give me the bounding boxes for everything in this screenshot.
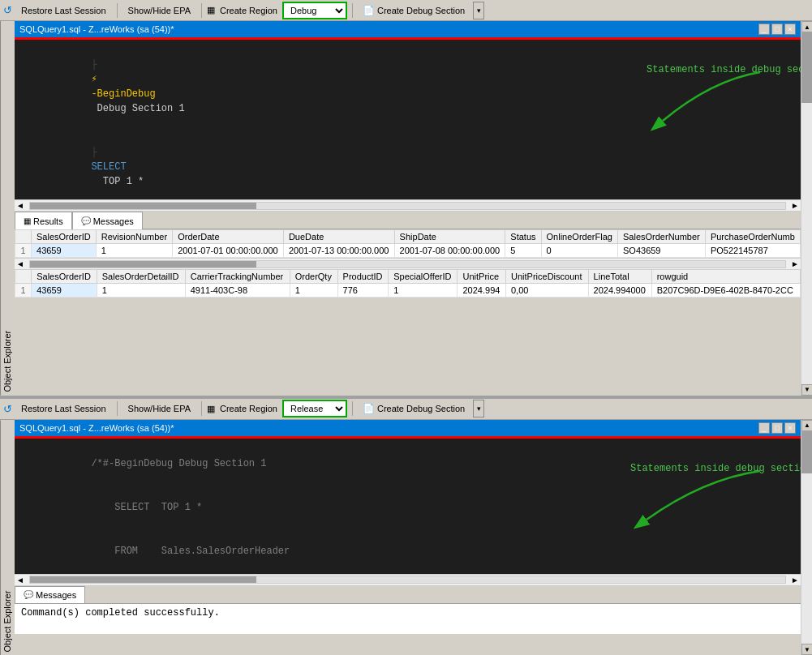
create-debug-label-2: Create Debug Section bbox=[377, 404, 465, 413]
bottom-titlebar: SQLQuery1.sql - Z...reWorks (sa (54))* _… bbox=[15, 420, 801, 436]
messages-tab-icon-bottom: 💬 bbox=[24, 590, 33, 599]
restore-label: Restore Last Session bbox=[21, 6, 106, 15]
refresh-icon-2: ↺ bbox=[3, 403, 12, 415]
top-code-editor[interactable]: ├ ⚡ -BeginDebug Debug Section 1 ├ SELECT… bbox=[15, 37, 801, 199]
table1-h-scroll-track[interactable] bbox=[29, 260, 786, 268]
top-titlebar: SQLQuery1.sql - Z...reWorks (sa (54))* _… bbox=[15, 21, 801, 37]
show-hide-epa-btn[interactable]: Show/Hide EPA bbox=[122, 2, 196, 19]
cell2-rowguid: B207C96D-D9E6-402B-8470-2CC bbox=[651, 284, 800, 298]
top-half: ↺ Restore Last Session Show/Hide EPA ▦ C… bbox=[0, 0, 812, 396]
bottom-code-line-2: SELECT TOP 1 * bbox=[21, 486, 794, 529]
tab-results[interactable]: ▦ Results bbox=[15, 212, 72, 229]
top-section-content: SQLQuery1.sql - Z...reWorks (sa (54))* _… bbox=[15, 21, 801, 396]
col2-productid: ProductID bbox=[337, 270, 389, 284]
col2-linetotal: LineTotal bbox=[588, 270, 651, 284]
sep1 bbox=[117, 3, 118, 18]
minimize-btn[interactable]: _ bbox=[758, 24, 770, 35]
close-btn[interactable]: × bbox=[784, 24, 796, 35]
col2-salesorderid: SalesOrderID bbox=[32, 270, 97, 284]
object-explorer-label[interactable]: Object Explorer bbox=[0, 21, 15, 396]
tab-messages-bottom[interactable]: 💬 Messages bbox=[15, 586, 85, 603]
cell-rownum: 1 bbox=[15, 244, 32, 258]
create-debug-section-btn[interactable]: 📄 Create Debug Section bbox=[358, 2, 470, 19]
cell-shipdate: 2001-07-08 00:00:00.000 bbox=[394, 244, 505, 258]
object-explorer-label-2[interactable]: Object Explorer bbox=[0, 420, 15, 655]
bottom-minimize-btn[interactable]: _ bbox=[758, 422, 770, 434]
cell2-carriertrackingnumber: 4911-403C-98 bbox=[185, 284, 290, 298]
cell2-unitprice: 2024.994 bbox=[458, 284, 506, 298]
h-scroll-track[interactable] bbox=[29, 202, 786, 210]
col-purchaseordernumb: PurchaseOrderNumb bbox=[705, 230, 800, 244]
bottom-v-scroll-track[interactable] bbox=[801, 431, 812, 644]
cell2-salesorderid: 43659 bbox=[32, 284, 97, 298]
create-debug-label: Create Debug Section bbox=[377, 6, 465, 15]
h-scroll-thumb bbox=[30, 203, 256, 209]
col-salesordernumber: SalesOrderNumber bbox=[618, 230, 706, 244]
messages-tab-icon: 💬 bbox=[81, 216, 91, 225]
restore-last-session-btn-2[interactable]: Restore Last Session bbox=[15, 400, 112, 417]
table1-h-scroll-thumb bbox=[30, 261, 256, 268]
v-scroll-down[interactable]: ▼ bbox=[801, 384, 812, 396]
col2-rowguid: rowguid bbox=[651, 270, 800, 284]
region-mode-select[interactable]: Debug Release bbox=[282, 2, 347, 19]
create-debug-section-btn-2[interactable]: 📄 Create Debug Section bbox=[358, 400, 470, 417]
bottom-v-scroll-down[interactable]: ▼ bbox=[801, 644, 812, 655]
code-line-1: ├ ⚡ -BeginDebug Debug Section 1 bbox=[21, 43, 794, 131]
bottom-maximize-btn[interactable]: □ bbox=[771, 422, 783, 434]
refresh-icon: ↺ bbox=[3, 4, 12, 16]
cell-purchaseordernumb: PO522145787 bbox=[705, 244, 800, 258]
create-region-label: Create Region bbox=[217, 4, 281, 17]
bottom-v-scroll-up[interactable]: ▲ bbox=[801, 420, 812, 431]
v-scroll-up[interactable]: ▲ bbox=[801, 21, 812, 32]
col-duedate: DueDate bbox=[283, 230, 394, 244]
col2-specialofferid: SpecialOfferID bbox=[389, 270, 458, 284]
sep3 bbox=[352, 3, 353, 18]
data-table1-wrap[interactable]: SalesOrderID RevisionNumber OrderDate Du… bbox=[15, 229, 801, 258]
show-hide-label: Show/Hide EPA bbox=[128, 6, 191, 15]
cell2-productid: 776 bbox=[337, 284, 389, 298]
maximize-btn[interactable]: □ bbox=[771, 24, 783, 35]
top-h-scroll[interactable]: ◄ ► bbox=[15, 199, 801, 211]
bottom-code-line-4: #-EndDebug*/ bbox=[21, 573, 794, 574]
bottom-editor-area: Object Explorer SQLQuery1.sql - Z...reWo… bbox=[0, 420, 812, 655]
bottom-h-scroll-thumb bbox=[30, 576, 256, 583]
col2-orderqty: OrderQty bbox=[290, 270, 337, 284]
page-icon-2: 📄 bbox=[363, 403, 375, 414]
cell-orderdate: 2001-07-01 00:00:00.000 bbox=[173, 244, 284, 258]
bottom-code-editor[interactable]: /*#-BeginDebug Debug Section 1 SELECT TO… bbox=[15, 436, 801, 574]
messages-text: Command(s) completed successfully. bbox=[21, 607, 220, 619]
bottom-close-btn[interactable]: × bbox=[784, 422, 796, 434]
table-row-2: 1 43659 1 4911-403C-98 1 776 1 2024.994 … bbox=[15, 284, 801, 298]
bottom-h-scroll[interactable]: ◄ ► bbox=[15, 574, 801, 585]
bottom-code-line-1: /*#-BeginDebug Debug Section 1 bbox=[21, 442, 794, 486]
top-v-scroll[interactable]: ▲ ▼ bbox=[801, 21, 812, 396]
tab-messages[interactable]: 💬 Messages bbox=[72, 212, 143, 229]
cell2-unitpricediscount: 0,00 bbox=[506, 284, 589, 298]
restore-last-session-btn[interactable]: Restore Last Session bbox=[15, 2, 112, 19]
bottom-toolbar: ↺ Restore Last Session Show/Hide EPA ▦ C… bbox=[0, 399, 812, 420]
create-debug-dropdown[interactable]: ▾ bbox=[473, 2, 484, 19]
create-region-label-2: Create Region bbox=[217, 402, 281, 415]
bottom-h-scroll-track[interactable] bbox=[29, 576, 786, 584]
col2-unitpricediscount: UnitPriceDiscount bbox=[506, 270, 589, 284]
results-tab-bar: ▦ Results 💬 Messages bbox=[15, 212, 801, 229]
v-scroll-track[interactable] bbox=[801, 32, 812, 384]
code-line-2: ├ SELECT TOP 1 * bbox=[21, 131, 794, 199]
cell2-specialofferid: 1 bbox=[389, 284, 458, 298]
page-icon: 📄 bbox=[363, 5, 375, 16]
bottom-v-scroll[interactable]: ▲ ▼ bbox=[801, 420, 812, 655]
bottom-window-title: SQLQuery1.sql - Z...reWorks (sa (54))* bbox=[19, 423, 174, 433]
data-table2-wrap[interactable]: SalesOrderID SalesOrderDetailID CarrierT… bbox=[15, 269, 801, 298]
col-salesorderid: SalesOrderID bbox=[32, 230, 97, 244]
bottom-half: ↺ Restore Last Session Show/Hide EPA ▦ C… bbox=[0, 399, 812, 655]
show-hide-epa-btn-2[interactable]: Show/Hide EPA bbox=[122, 400, 196, 417]
messages-panel: 💬 Messages Command(s) completed successf… bbox=[15, 585, 801, 634]
table1-h-scroll[interactable]: ◄ ► bbox=[15, 258, 801, 269]
create-debug-dropdown-2[interactable]: ▾ bbox=[473, 400, 484, 417]
cell2-salesorderdetailid: 1 bbox=[97, 284, 185, 298]
create-region-group: ▦ Create Region Debug Release bbox=[207, 2, 347, 19]
data-table2: SalesOrderID SalesOrderDetailID CarrierT… bbox=[15, 269, 801, 298]
region-mode-select-2[interactable]: Debug Release bbox=[282, 400, 347, 417]
titlebar-controls: _ □ × bbox=[758, 24, 796, 35]
cell-status: 5 bbox=[505, 244, 541, 258]
